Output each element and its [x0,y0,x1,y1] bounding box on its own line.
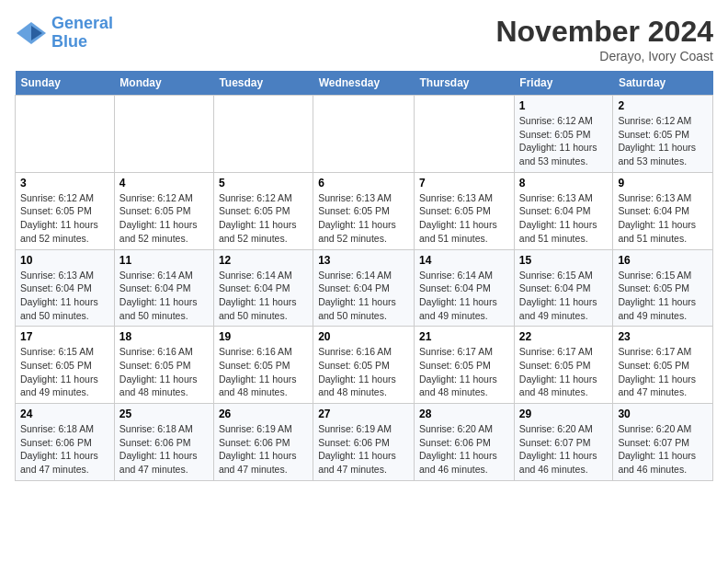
day-info: Sunrise: 6:16 AM Sunset: 6:05 PM Dayligh… [119,345,209,399]
day-number: 25 [119,408,209,420]
day-number: 30 [618,408,708,420]
calendar-cell-w1-d4 [415,96,515,173]
calendar-cell-w1-d3 [313,96,415,173]
calendar-cell-w3-d2: 12Sunrise: 6:14 AM Sunset: 6:04 PM Dayli… [213,249,313,327]
day-info: Sunrise: 6:15 AM Sunset: 6:04 PM Dayligh… [519,269,609,323]
day-info: Sunrise: 6:20 AM Sunset: 6:07 PM Dayligh… [618,422,708,477]
day-info: Sunrise: 6:17 AM Sunset: 6:05 PM Dayligh… [419,345,509,399]
title-block: November 2024 Derayo, Ivory Coast [495,15,713,63]
day-number: 28 [419,408,509,420]
day-number: 14 [419,254,509,267]
calendar-cell-w2-d1: 4Sunrise: 6:12 AM Sunset: 6:05 PM Daylig… [114,172,213,249]
calendar-cell-w2-d3: 6Sunrise: 6:13 AM Sunset: 6:05 PM Daylig… [313,172,415,249]
day-info: Sunrise: 6:15 AM Sunset: 6:05 PM Dayligh… [618,269,708,323]
day-info: Sunrise: 6:17 AM Sunset: 6:05 PM Dayligh… [519,345,609,399]
calendar-cell-w4-d2: 19Sunrise: 6:16 AM Sunset: 6:05 PM Dayli… [213,327,313,404]
calendar-cell-w1-d6: 2Sunrise: 6:12 AM Sunset: 6:05 PM Daylig… [613,96,713,173]
day-info: Sunrise: 6:13 AM Sunset: 6:04 PM Dayligh… [20,269,109,323]
calendar-cell-w4-d4: 21Sunrise: 6:17 AM Sunset: 6:05 PM Dayli… [415,327,515,404]
day-info: Sunrise: 6:18 AM Sunset: 6:06 PM Dayligh… [20,422,109,477]
calendar-cell-w3-d5: 15Sunrise: 6:15 AM Sunset: 6:04 PM Dayli… [514,249,613,327]
calendar-cell-w2-d2: 5Sunrise: 6:12 AM Sunset: 6:05 PM Daylig… [213,172,313,249]
logo-text: General Blue [51,15,113,52]
calendar-cell-w1-d0 [16,96,115,173]
header-tuesday: Tuesday [213,71,313,96]
header-thursday: Thursday [415,71,515,96]
day-info: Sunrise: 6:13 AM Sunset: 6:04 PM Dayligh… [618,191,708,246]
day-number: 26 [219,408,308,420]
day-number: 15 [519,254,609,267]
header-monday: Monday [114,71,213,96]
day-info: Sunrise: 6:14 AM Sunset: 6:04 PM Dayligh… [119,269,209,323]
calendar-cell-w5-d2: 26Sunrise: 6:19 AM Sunset: 6:06 PM Dayli… [213,404,313,481]
calendar-cell-w4-d5: 22Sunrise: 6:17 AM Sunset: 6:05 PM Dayli… [514,327,613,404]
month-title: November 2024 [495,15,713,49]
week-row-4: 17Sunrise: 6:15 AM Sunset: 6:05 PM Dayli… [16,327,713,404]
day-info: Sunrise: 6:17 AM Sunset: 6:05 PM Dayligh… [618,345,708,399]
week-row-1: 1Sunrise: 6:12 AM Sunset: 6:05 PM Daylig… [16,96,713,173]
day-number: 21 [419,330,509,343]
day-info: Sunrise: 6:16 AM Sunset: 6:05 PM Dayligh… [318,345,409,399]
day-number: 2 [618,99,708,112]
day-number: 9 [618,177,708,190]
logo-icon [15,20,48,46]
calendar-cell-w3-d0: 10Sunrise: 6:13 AM Sunset: 6:04 PM Dayli… [16,249,115,327]
location-subtitle: Derayo, Ivory Coast [495,49,713,63]
day-number: 5 [219,177,308,190]
day-number: 10 [20,254,109,267]
calendar-cell-w1-d1 [114,96,213,173]
calendar-cell-w4-d1: 18Sunrise: 6:16 AM Sunset: 6:05 PM Dayli… [114,327,213,404]
day-info: Sunrise: 6:18 AM Sunset: 6:06 PM Dayligh… [119,422,209,477]
day-info: Sunrise: 6:13 AM Sunset: 6:04 PM Dayligh… [519,191,609,246]
week-row-2: 3Sunrise: 6:12 AM Sunset: 6:05 PM Daylig… [16,172,713,249]
day-number: 8 [519,177,609,190]
day-info: Sunrise: 6:20 AM Sunset: 6:07 PM Dayligh… [519,422,609,477]
day-info: Sunrise: 6:13 AM Sunset: 6:05 PM Dayligh… [419,191,509,246]
day-info: Sunrise: 6:13 AM Sunset: 6:05 PM Dayligh… [318,191,409,246]
day-info: Sunrise: 6:16 AM Sunset: 6:05 PM Dayligh… [219,345,308,399]
calendar-cell-w3-d4: 14Sunrise: 6:14 AM Sunset: 6:04 PM Dayli… [415,249,515,327]
day-info: Sunrise: 6:14 AM Sunset: 6:04 PM Dayligh… [219,269,308,323]
day-number: 13 [318,254,409,267]
week-row-3: 10Sunrise: 6:13 AM Sunset: 6:04 PM Dayli… [16,249,713,327]
day-number: 11 [119,254,209,267]
day-info: Sunrise: 6:14 AM Sunset: 6:04 PM Dayligh… [419,269,509,323]
calendar-header: SundayMondayTuesdayWednesdayThursdayFrid… [16,71,713,96]
day-info: Sunrise: 6:14 AM Sunset: 6:04 PM Dayligh… [318,269,409,323]
calendar-cell-w5-d1: 25Sunrise: 6:18 AM Sunset: 6:06 PM Dayli… [114,404,213,481]
week-row-5: 24Sunrise: 6:18 AM Sunset: 6:06 PM Dayli… [16,404,713,481]
calendar-cell-w5-d3: 27Sunrise: 6:19 AM Sunset: 6:06 PM Dayli… [313,404,415,481]
calendar-cell-w2-d6: 9Sunrise: 6:13 AM Sunset: 6:04 PM Daylig… [613,172,713,249]
logo: General Blue [15,15,113,52]
calendar-cell-w4-d0: 17Sunrise: 6:15 AM Sunset: 6:05 PM Dayli… [16,327,115,404]
day-info: Sunrise: 6:19 AM Sunset: 6:06 PM Dayligh… [219,422,308,477]
calendar-body: 1Sunrise: 6:12 AM Sunset: 6:05 PM Daylig… [16,96,713,481]
calendar-cell-w5-d6: 30Sunrise: 6:20 AM Sunset: 6:07 PM Dayli… [613,404,713,481]
header-friday: Friday [514,71,613,96]
day-info: Sunrise: 6:20 AM Sunset: 6:06 PM Dayligh… [419,422,509,477]
day-number: 22 [519,330,609,343]
day-number: 17 [20,330,109,343]
day-number: 23 [618,330,708,343]
day-number: 3 [20,177,109,190]
day-number: 27 [318,408,409,420]
calendar-cell-w4-d6: 23Sunrise: 6:17 AM Sunset: 6:05 PM Dayli… [613,327,713,404]
day-info: Sunrise: 6:12 AM Sunset: 6:05 PM Dayligh… [219,191,308,246]
calendar-cell-w1-d5: 1Sunrise: 6:12 AM Sunset: 6:05 PM Daylig… [514,96,613,173]
day-number: 4 [119,177,209,190]
day-number: 16 [618,254,708,267]
header-row: SundayMondayTuesdayWednesdayThursdayFrid… [16,71,713,96]
day-number: 24 [20,408,109,420]
day-info: Sunrise: 6:12 AM Sunset: 6:05 PM Dayligh… [119,191,209,246]
calendar-cell-w5-d4: 28Sunrise: 6:20 AM Sunset: 6:06 PM Dayli… [415,404,515,481]
page-header: General Blue November 2024 Derayo, Ivory… [15,15,713,63]
calendar-cell-w3-d3: 13Sunrise: 6:14 AM Sunset: 6:04 PM Dayli… [313,249,415,327]
calendar-cell-w2-d5: 8Sunrise: 6:13 AM Sunset: 6:04 PM Daylig… [514,172,613,249]
calendar-table: SundayMondayTuesdayWednesdayThursdayFrid… [15,71,713,481]
calendar-cell-w3-d1: 11Sunrise: 6:14 AM Sunset: 6:04 PM Dayli… [114,249,213,327]
day-number: 18 [119,330,209,343]
day-number: 6 [318,177,409,190]
day-number: 12 [219,254,308,267]
calendar-cell-w5-d0: 24Sunrise: 6:18 AM Sunset: 6:06 PM Dayli… [16,404,115,481]
day-info: Sunrise: 6:12 AM Sunset: 6:05 PM Dayligh… [519,114,609,168]
